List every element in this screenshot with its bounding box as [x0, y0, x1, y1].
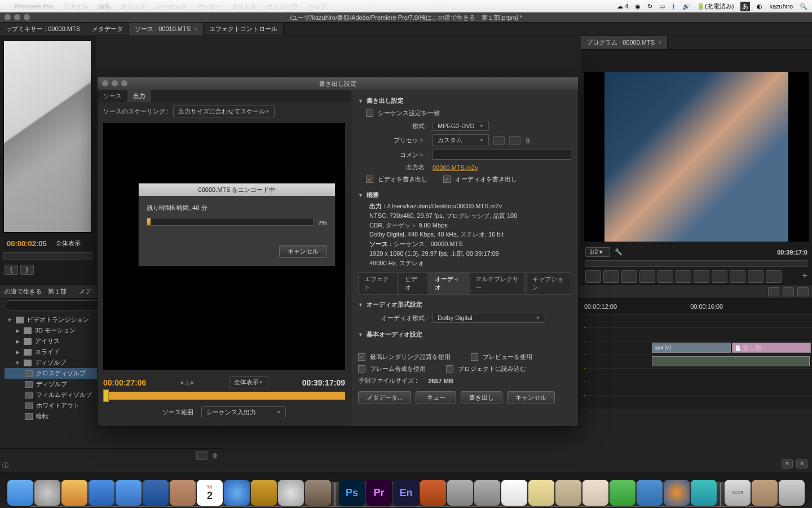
settings-button[interactable] [797, 287, 809, 296]
info-icon[interactable]: ⓘ [2, 461, 8, 470]
dock-settings-icon[interactable] [447, 480, 473, 506]
source-preview-image[interactable] [3, 41, 91, 233]
spotlight-icon[interactable]: 🔍 [800, 3, 807, 10]
sync-lock-button[interactable]: S [796, 459, 807, 468]
export-range-bar[interactable] [103, 392, 345, 400]
preset-select[interactable]: カスタム▼ [433, 134, 489, 146]
wifi-icon[interactable]: ◉ [635, 3, 641, 10]
mark-out-button[interactable]: } [20, 265, 34, 275]
queue-button[interactable]: キュー [416, 391, 456, 404]
tab-source[interactable]: ソース : 00010.MTS× [129, 23, 204, 36]
dock-firefox-icon[interactable] [664, 480, 690, 506]
dock-calendar-icon[interactable]: 9月2 [197, 480, 223, 506]
close-icon[interactable]: × [194, 26, 197, 32]
scaling-select[interactable]: 出力サイズに合わせてスケール▼ [173, 106, 275, 117]
program-scale-select[interactable]: 1/2 ▾ [585, 247, 610, 257]
wrench-icon[interactable]: 🔧 [615, 248, 623, 256]
dock-app-icon[interactable] [691, 480, 717, 506]
user-name[interactable]: kazuhiro [769, 3, 793, 10]
export-dialog-titlebar[interactable]: 書き出し設定 [98, 77, 578, 90]
extract-button[interactable] [748, 270, 764, 283]
tab-video[interactable]: ビデオ [399, 272, 427, 294]
export-out-timecode[interactable]: 00:39:17:09 [302, 378, 345, 387]
battery-icon[interactable]: 🔋(充電済み) [697, 2, 734, 11]
max-render-checkbox[interactable]: ✓ [358, 353, 365, 361]
format-select[interactable]: MPEG2-DVD▼ [433, 121, 489, 131]
dock-launchpad-icon[interactable] [34, 480, 60, 506]
tab-captions[interactable]: キャプション [526, 272, 571, 294]
close-icon[interactable]: × [658, 40, 661, 46]
use-preview-checkbox[interactable] [471, 353, 478, 361]
dock-automator-icon[interactable] [474, 480, 500, 506]
source-range-select[interactable]: シーケンス入出力▼ [201, 406, 286, 418]
audio-format-select[interactable]: Dolby Digital▼ [433, 313, 545, 323]
program-preview[interactable] [584, 72, 809, 242]
sync-lock-button[interactable]: S [782, 459, 793, 468]
program-timecode[interactable]: 00:39:17:0 [777, 249, 807, 256]
traffic-lights[interactable] [5, 14, 30, 20]
export-frame-button[interactable] [712, 270, 727, 283]
lift-button[interactable] [730, 270, 745, 283]
match-sequence-checkbox[interactable] [366, 110, 373, 117]
comment-input[interactable] [433, 150, 571, 160]
dock-itunes-icon[interactable] [224, 480, 250, 506]
dock-mail-icon[interactable] [61, 480, 87, 506]
dock-gimp-icon[interactable] [305, 480, 331, 506]
dock-thunderbird-icon[interactable] [143, 480, 169, 506]
dock-premiere-icon[interactable]: Pr [366, 480, 392, 506]
play-button[interactable] [639, 270, 655, 283]
tab-metadata[interactable]: メタデータ [86, 23, 129, 36]
dock-keynote-icon[interactable] [637, 480, 663, 506]
tab-audio[interactable]: オーディオ [429, 272, 468, 294]
save-preset-icon[interactable] [493, 136, 505, 145]
timeline-clip[interactable]: ap4 [V] [652, 343, 731, 353]
tab-audiomixer[interactable]: ップミキサー : 00000.MTS [0, 23, 86, 36]
menu-clip[interactable]: クリップ [121, 2, 145, 11]
program-scrubber[interactable] [585, 260, 807, 267]
overwrite-button[interactable] [694, 270, 709, 283]
tab-source-preview[interactable]: ソース [98, 90, 127, 102]
trash-icon[interactable]: 🗑 [212, 452, 218, 459]
camera-button[interactable] [766, 270, 782, 283]
add-button[interactable]: + [802, 270, 807, 283]
frame-blend-checkbox[interactable] [358, 365, 365, 373]
menu-marker[interactable]: マーカー [197, 2, 222, 11]
menu-help[interactable]: ヘルプ [308, 2, 326, 11]
import-project-checkbox[interactable] [446, 365, 453, 373]
dock-app-icon[interactable] [528, 480, 554, 506]
bluetooth-icon[interactable]: ᚼ [672, 3, 676, 10]
metadata-button[interactable]: メタデータ... [358, 391, 411, 404]
menu-window[interactable]: ウィンドウ [267, 2, 298, 11]
source-scrubber[interactable] [3, 252, 92, 260]
dock-app-icon[interactable] [582, 480, 608, 506]
cancel-button[interactable]: キャンセル [507, 391, 555, 404]
volume-icon[interactable]: 🔊 [682, 3, 690, 10]
dock-trash-icon[interactable] [779, 480, 805, 506]
dock-appstore-icon[interactable] [89, 480, 114, 506]
dock-folder-icon[interactable] [752, 480, 778, 506]
mark-in-button[interactable] [585, 270, 601, 283]
dock-app-icon[interactable] [251, 480, 277, 506]
dock-preview-icon[interactable] [501, 480, 527, 506]
source-fit-label[interactable]: 全体表示 [56, 239, 81, 248]
menu-title[interactable]: タイトル [232, 2, 257, 11]
export-video-checkbox[interactable]: ✓ [366, 176, 373, 183]
timeline-clip[interactable]: 📄 第１部 [732, 343, 811, 353]
tab-multiplexer[interactable]: マルチプレクサー [469, 272, 525, 294]
dock-safari-icon[interactable] [278, 480, 304, 506]
ime-icon[interactable]: あ [740, 2, 750, 11]
mark-out-button[interactable] [603, 270, 619, 283]
timemachine-icon[interactable]: ↻ [647, 3, 652, 10]
dock-numbers-icon[interactable] [610, 480, 636, 506]
dock-app-icon[interactable] [420, 480, 446, 506]
dock-photoshop-icon[interactable]: Ps [339, 480, 365, 506]
dock-app-icon[interactable] [555, 480, 581, 506]
export-button[interactable]: 書き出し [461, 391, 502, 404]
tab-effectcontrols[interactable]: エフェクトコントロール [204, 23, 284, 36]
app-name[interactable]: Premiere Pro [15, 3, 53, 10]
export-fit-select[interactable]: 全体表示▼ [229, 376, 268, 388]
dock-contacts-icon[interactable] [170, 480, 196, 506]
step-back-button[interactable] [621, 270, 637, 283]
snap-button[interactable] [768, 287, 779, 296]
source-timecode[interactable]: 00:00:02:05 [2, 237, 51, 250]
